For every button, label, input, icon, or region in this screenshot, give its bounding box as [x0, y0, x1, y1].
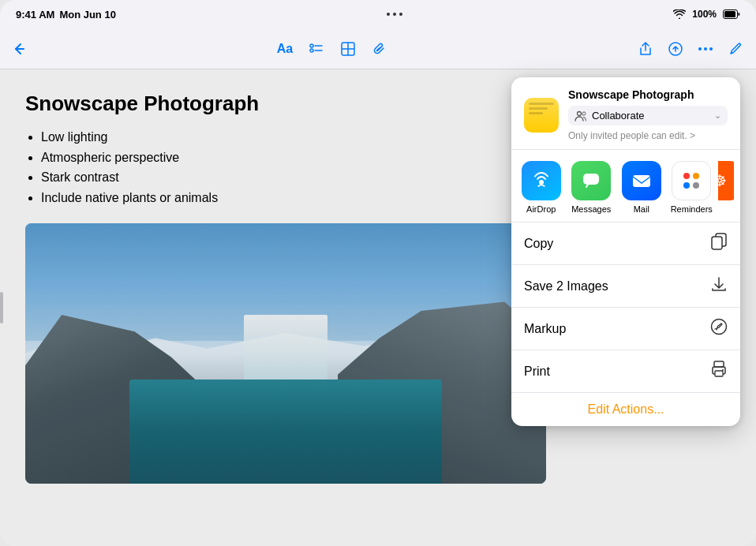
save-images-label: Save 2 Images — [524, 279, 608, 294]
toolbar-right — [638, 41, 743, 57]
share-apps-row: AirDrop Messages — [511, 150, 740, 223]
markup-button[interactable] — [668, 41, 683, 57]
print-icon — [710, 361, 728, 382]
mail-icon — [622, 161, 661, 200]
people-icon — [574, 110, 587, 122]
share-note-title: Snowscape Photograph — [568, 88, 728, 101]
status-bar-right: 100% — [673, 9, 740, 20]
toolbar: Aa — [0, 28, 756, 69]
content-area: Snowscape Photograph Low lighting Atmosp… — [0, 69, 756, 546]
svg-point-14 — [582, 112, 586, 115]
more-button[interactable] — [698, 46, 713, 52]
back-button[interactable] — [13, 42, 27, 56]
status-bar: 9:41 AM Mon Jun 10 100% — [0, 0, 756, 28]
markup-pen-icon — [710, 318, 728, 339]
battery-label: 100% — [692, 9, 717, 20]
reminder-dot — [693, 182, 699, 189]
svg-rect-25 — [715, 371, 723, 376]
svg-point-11 — [704, 47, 707, 50]
svg-rect-23 — [714, 361, 724, 367]
share-actions: Copy Save 2 Images — [511, 223, 740, 392]
reminder-dot — [693, 173, 699, 179]
svg-point-22 — [712, 320, 727, 335]
collaborate-selector[interactable]: Collaborate ⌄ — [568, 106, 728, 125]
note-app-icon — [524, 98, 559, 133]
checklist-button[interactable] — [309, 41, 324, 57]
svg-point-13 — [578, 111, 582, 115]
print-action[interactable]: Print — [511, 350, 740, 392]
toolbar-left — [13, 42, 27, 56]
note-icon-line — [529, 112, 543, 114]
svg-point-15 — [539, 180, 544, 185]
format-text-button[interactable]: Aa — [277, 42, 293, 56]
svg-line-17 — [541, 185, 545, 186]
only-invited-text[interactable]: Only invited people can edit. > — [568, 130, 728, 141]
dot3 — [399, 13, 402, 16]
status-bar-center — [387, 13, 402, 16]
reminders-icon — [672, 161, 711, 200]
share-panel-header: Snowscape Photograph Collaborate ⌄ Only … — [511, 77, 740, 150]
toolbar-center: Aa — [277, 41, 387, 57]
reminders-label: Reminders — [671, 204, 713, 214]
note-icon-line — [529, 103, 554, 105]
table-button[interactable] — [340, 41, 356, 57]
reminders-app-item[interactable]: Reminders — [668, 161, 716, 214]
time-label: 9:41 AM — [16, 9, 54, 21]
share-header-text: Snowscape Photograph Collaborate ⌄ Only … — [568, 88, 728, 141]
svg-point-12 — [709, 47, 713, 50]
more-app-item[interactable]: ☸ — [718, 161, 734, 214]
mail-label: Mail — [634, 204, 649, 214]
share-panel: Snowscape Photograph Collaborate ⌄ Only … — [511, 77, 740, 426]
svg-point-3 — [310, 49, 313, 52]
copy-action[interactable]: Copy — [511, 223, 740, 265]
wifi-icon — [673, 9, 686, 19]
status-bar-left: 9:41 AM Mon Jun 10 — [16, 9, 116, 21]
dot2 — [393, 13, 396, 16]
reminders-dot-grid — [677, 166, 705, 195]
date-label: Mon Jun 10 — [59, 9, 116, 21]
edit-button[interactable] — [728, 41, 743, 57]
markup-action[interactable]: Markup — [511, 308, 740, 350]
collaborate-label: Collaborate — [592, 110, 645, 122]
battery-icon — [723, 9, 740, 19]
svg-rect-18 — [583, 174, 599, 185]
dot1 — [387, 13, 390, 16]
save-icon — [710, 275, 728, 297]
svg-point-10 — [698, 47, 702, 50]
edit-actions-label[interactable]: Edit Actions... — [588, 402, 664, 416]
note-icon-line — [529, 107, 548, 110]
print-action-label: Print — [524, 365, 550, 379]
messages-label: Messages — [571, 204, 611, 214]
attachment-button[interactable] — [372, 41, 387, 57]
svg-rect-21 — [712, 237, 722, 249]
copy-icon — [710, 233, 728, 254]
chevron-down-icon: ⌄ — [714, 110, 721, 121]
reminder-dot — [683, 173, 690, 179]
markup-action-label: Markup — [524, 322, 566, 336]
ipad-frame: 9:41 AM Mon Jun 10 100% — [0, 0, 756, 546]
reminder-dot — [683, 182, 690, 189]
svg-rect-19 — [633, 175, 650, 187]
copy-action-label: Copy — [524, 237, 553, 251]
extra-app-icon: ☸ — [718, 161, 734, 200]
save-images-action[interactable]: Save 2 Images — [511, 265, 740, 308]
edit-actions-row[interactable]: Edit Actions... — [511, 392, 740, 426]
mail-app-item[interactable]: Mail — [618, 161, 665, 214]
messages-icon — [571, 161, 611, 200]
airdrop-app-item[interactable]: AirDrop — [518, 161, 565, 214]
messages-app-item[interactable]: Messages — [568, 161, 616, 214]
svg-point-26 — [722, 369, 724, 371]
svg-rect-1 — [724, 11, 735, 17]
share-button[interactable] — [638, 41, 653, 57]
svg-point-2 — [310, 44, 313, 47]
airdrop-icon — [522, 161, 561, 200]
airdrop-label: AirDrop — [526, 204, 556, 214]
